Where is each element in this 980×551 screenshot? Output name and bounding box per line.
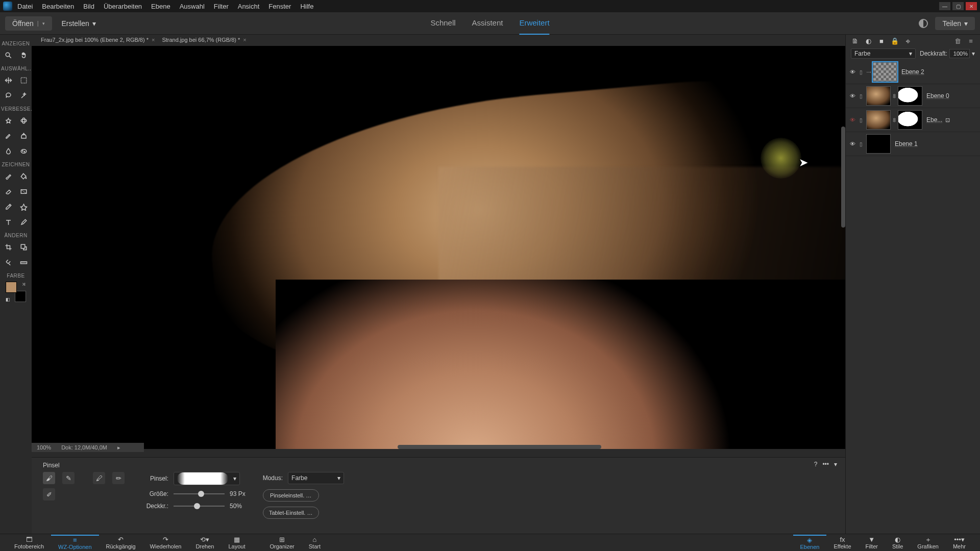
zoom-level[interactable]: 100% (37, 444, 51, 450)
blur-tool-icon[interactable] (4, 146, 13, 156)
opacity-slider[interactable] (174, 506, 225, 507)
open-button[interactable]: Öffnen│▾ (5, 16, 52, 31)
canvas[interactable] (32, 46, 845, 449)
shape-tool-icon[interactable] (19, 202, 28, 211)
mask-link-icon[interactable]: 𝟠 (893, 117, 896, 123)
opacity-value[interactable]: 50% (230, 503, 242, 510)
visibility-icon[interactable]: 👁 (849, 93, 856, 99)
trash-icon[interactable]: 🗑 (953, 37, 962, 45)
layer-name[interactable]: Ebe... (926, 116, 942, 123)
canvas-scrollbar-vertical[interactable] (841, 127, 845, 228)
hand-tool-icon[interactable] (19, 51, 28, 60)
menu-bild[interactable]: Bild (83, 3, 94, 10)
photobin-button[interactable]: 🗔Fotobereich (7, 536, 51, 549)
size-slider[interactable] (174, 493, 225, 494)
organizer-button[interactable]: ⊞Organizer (262, 536, 301, 549)
menu-ebene[interactable]: Ebene (151, 3, 170, 10)
bucket-tool-icon[interactable] (19, 171, 28, 181)
sponge-tool-icon[interactable] (19, 146, 28, 156)
mask-thumbnail[interactable] (898, 110, 922, 130)
opts-collapse-icon[interactable]: ▾ (834, 461, 837, 468)
effects-tab-button[interactable]: fxEffekte (826, 536, 858, 549)
menu-bearbeiten[interactable]: Bearbeiten (42, 3, 74, 10)
brush-variant-3-icon[interactable]: ✐ (43, 488, 55, 500)
menu-ansicht[interactable]: Ansicht (238, 3, 260, 10)
more-tab-button[interactable]: •••▾Mehr (946, 536, 973, 549)
layer-thumbnail[interactable] (873, 62, 897, 82)
visibility-icon[interactable]: 👁 (849, 69, 856, 75)
share-button[interactable]: Teilen▾ (935, 17, 975, 30)
layer-thumbnail[interactable] (866, 134, 891, 154)
menu-ueberarbeiten[interactable]: Überarbeiten (104, 3, 142, 10)
mask-icon[interactable]: ■ (877, 37, 886, 45)
size-value[interactable]: 93 Px (230, 490, 246, 497)
layer-name[interactable]: Ebene 1 (895, 140, 918, 147)
visibility-icon[interactable]: 👁 (849, 117, 856, 123)
spot-heal-tool-icon[interactable] (19, 116, 28, 125)
color-swatches[interactable]: ⤭ ◧ (6, 282, 26, 302)
lock-indicator-icon[interactable]: ▯ (858, 93, 864, 99)
brush-tool-icon[interactable] (4, 171, 13, 181)
eraser-tool-icon[interactable] (4, 187, 13, 196)
straighten-tool-icon[interactable] (19, 258, 28, 267)
window-minimize-button[interactable]: — (939, 2, 950, 10)
marquee-tool-icon[interactable] (19, 76, 28, 85)
layer-thumbnail[interactable] (866, 110, 891, 130)
layer-name[interactable]: Ebene 2 (901, 68, 924, 76)
window-close-button[interactable]: ✕ (966, 2, 977, 10)
window-maximize-button[interactable]: ▢ (952, 2, 964, 10)
close-icon[interactable]: × (243, 37, 246, 43)
fx-indicator-icon[interactable]: ⊡ (945, 117, 950, 123)
rotate-button[interactable]: ⟲▾Drehen (188, 536, 221, 549)
swap-colors-icon[interactable]: ⤭ (22, 282, 26, 287)
filter-tab-button[interactable]: ▼Filter (859, 536, 885, 549)
brush-variant-5-icon[interactable]: ✏ (112, 472, 125, 484)
clone-tool-icon[interactable] (19, 131, 28, 140)
canvas-scrollbar-horizontal[interactable] (398, 445, 601, 449)
styles-tab-button[interactable]: ◐Stile (885, 536, 910, 549)
wand-tool-icon[interactable] (19, 91, 28, 100)
undo-button[interactable]: ↶Rückgängig (99, 536, 143, 549)
mode-tab-guided[interactable]: Assistent (472, 12, 503, 35)
mode-tab-quick[interactable]: Schnell (430, 12, 455, 35)
layer-row-ebene-1[interactable]: 👁 ▯ Ebene 1 (846, 132, 980, 156)
smart-brush-tool-icon[interactable] (4, 131, 13, 140)
layer-blend-select[interactable]: Farbe▾ (851, 48, 916, 59)
menu-auswahl[interactable]: Auswahl (180, 3, 205, 10)
brush-variant-4-icon[interactable]: 🖊 (93, 472, 105, 484)
menu-fenster[interactable]: Fenster (268, 3, 291, 10)
reset-colors-icon[interactable]: ◧ (6, 297, 10, 302)
status-caret-icon[interactable]: ▸ (117, 444, 120, 451)
tool-options-button[interactable]: ≡WZ-Optionen (51, 535, 99, 550)
layer-opacity-input[interactable] (949, 49, 970, 58)
mask-link-icon[interactable]: 𝟠 (893, 93, 896, 99)
content-move-tool-icon[interactable] (4, 258, 13, 267)
brush-variant-2-icon[interactable]: ✎ (62, 472, 75, 484)
panel-menu-icon[interactable]: ≡ (967, 37, 975, 45)
opacity-caret-icon[interactable]: ▾ (972, 50, 975, 57)
layers-tab-button[interactable]: ◈Ebenen (793, 535, 827, 550)
theme-toggle-icon[interactable] (919, 19, 928, 28)
tablet-settings-button[interactable]: Tablet-Einstell. … (263, 507, 319, 519)
gradient-tool-icon[interactable] (19, 187, 28, 196)
lock-indicator-icon[interactable]: ▯ (858, 117, 864, 123)
brush-settings-button[interactable]: Pinseleinstell. … (263, 489, 319, 502)
crop-tool-icon[interactable] (4, 242, 13, 252)
pencil-tool-icon[interactable] (19, 217, 28, 227)
menu-hilfe[interactable]: Hilfe (300, 3, 313, 10)
layer-thumbnail[interactable] (866, 86, 891, 106)
lock-indicator-icon[interactable]: ▯ (858, 141, 864, 147)
home-button[interactable]: ⌂Start (302, 536, 328, 549)
zoom-tool-icon[interactable] (4, 51, 13, 60)
mask-thumbnail[interactable] (898, 86, 922, 106)
layer-row-ebene-2[interactable]: 👁 ▯ ⟞ Ebene 2 (846, 60, 980, 84)
visibility-icon[interactable]: 👁 (849, 141, 856, 147)
brush-preset-dropdown[interactable]: ▾ (174, 472, 240, 485)
lock-icon[interactable]: 🔒 (891, 37, 899, 45)
redeye-tool-icon[interactable] (4, 116, 13, 125)
document-tab-2[interactable]: Strand.jpg bei 66,7% (RGB/8) *× (162, 37, 246, 43)
document-tab-1[interactable]: Frau7_2x.jpg bei 100% (Ebene 2, RGB/8) *… (41, 37, 155, 43)
link-layers-icon[interactable]: ⎆ (904, 37, 912, 45)
blend-mode-select[interactable]: Farbe▾ (288, 472, 344, 484)
layer-row-ebene-0[interactable]: 👁 ▯ 𝟠 Ebene 0 (846, 84, 980, 108)
